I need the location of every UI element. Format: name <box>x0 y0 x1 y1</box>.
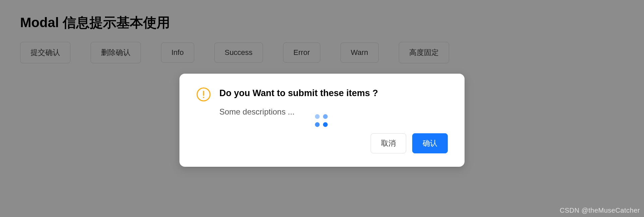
loading-dot <box>323 122 328 127</box>
ok-button[interactable]: 确认 <box>412 133 448 153</box>
cancel-button[interactable]: 取消 <box>371 133 406 153</box>
modal-content: Do you Want to submit these items ? Some… <box>219 87 448 153</box>
loading-dot <box>315 122 320 127</box>
svg-point-2 <box>203 97 204 98</box>
modal-title: Do you Want to submit these items ? <box>219 87 448 100</box>
loading-dot <box>315 114 320 119</box>
confirm-modal: Do you Want to submit these items ? Some… <box>179 74 465 167</box>
svg-rect-1 <box>203 91 204 96</box>
modal-mask[interactable]: Do you Want to submit these items ? Some… <box>0 0 644 217</box>
watermark: CSDN @theMuseCatcher <box>560 207 640 214</box>
loading-spinner-icon <box>315 114 329 128</box>
modal-footer: 取消 确认 <box>219 133 448 153</box>
modal-description: Some descriptions ... <box>219 107 448 117</box>
loading-dot <box>323 114 328 119</box>
exclamation-circle-icon <box>196 87 211 102</box>
